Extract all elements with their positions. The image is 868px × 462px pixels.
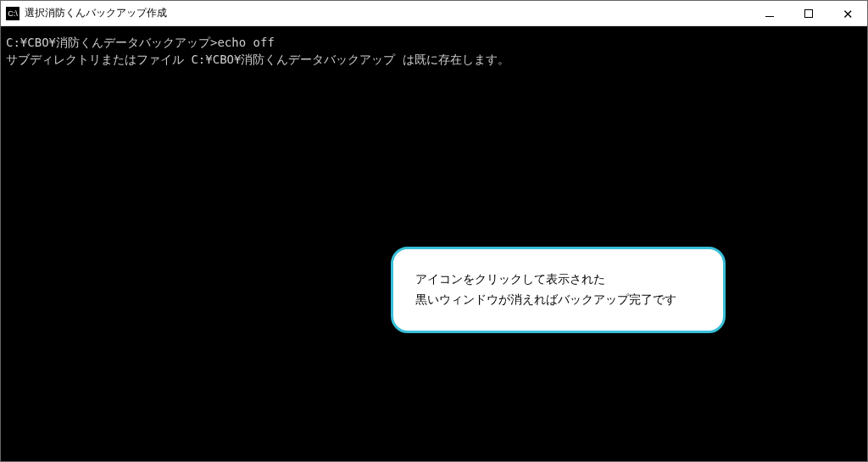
maximize-button[interactable] <box>789 1 828 26</box>
instruction-callout: アイコンをクリックして表示された 黒いウィンドウが消えればバックアップ完了です <box>391 247 726 333</box>
callout-line-2: 黒いウィンドウが消えればバックアップ完了です <box>415 290 701 310</box>
cmd-icon-label: C:\ <box>8 9 18 18</box>
window-controls: ✕ <box>750 1 867 25</box>
console-output: C:¥CBO¥消防くんデータバックアップ>echo off サブディレクトリまた… <box>1 26 867 461</box>
window-title: 選択消防くんバックアップ作成 <box>25 6 750 20</box>
callout-line-1: アイコンをクリックして表示された <box>415 270 701 290</box>
maximize-icon <box>804 9 813 18</box>
console-line-2: サブディレクトリまたはファイル C:¥CBO¥消防くんデータバックアップ は既に… <box>6 53 509 66</box>
minimize-button[interactable] <box>750 1 789 26</box>
cmd-icon: C:\ <box>6 7 19 20</box>
titlebar[interactable]: C:\ 選択消防くんバックアップ作成 ✕ <box>1 1 867 26</box>
minimize-icon <box>765 16 774 17</box>
close-button[interactable]: ✕ <box>828 1 867 26</box>
command-prompt-window: C:\ 選択消防くんバックアップ作成 ✕ C:¥CBO¥消防くんデータバックアッ… <box>0 0 868 462</box>
close-icon: ✕ <box>843 8 854 20</box>
console-line-1: C:¥CBO¥消防くんデータバックアップ>echo off <box>6 36 275 49</box>
